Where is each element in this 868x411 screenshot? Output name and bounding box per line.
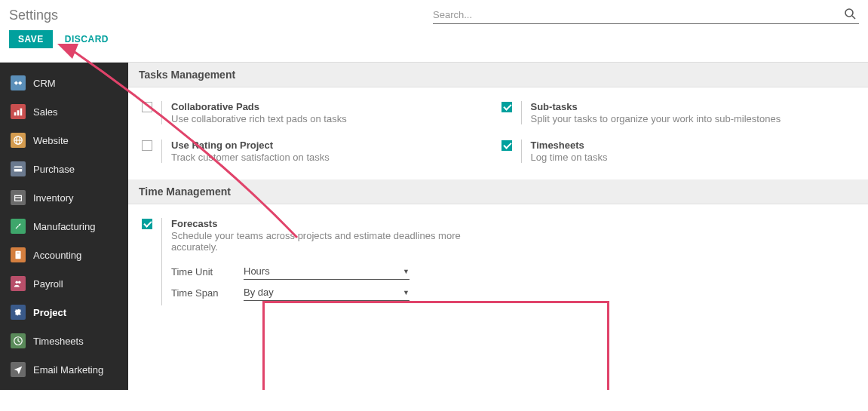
- chart-icon: [11, 104, 26, 119]
- send-icon: [11, 362, 26, 377]
- sidebar-item-website[interactable]: Website: [0, 126, 128, 155]
- select-time-span[interactable]: By day ▼: [244, 284, 409, 301]
- box-icon: [11, 190, 26, 205]
- section-header-tasks: Tasks Management: [128, 63, 868, 87]
- sidebar-item-sales[interactable]: Sales: [0, 97, 128, 126]
- page-title: Settings: [9, 8, 58, 23]
- sidebar: CRM Sales Website Purchase Inventory Man…: [0, 63, 128, 390]
- svg-point-0: [845, 9, 853, 17]
- svg-point-15: [18, 281, 21, 284]
- sidebar-item-purchase[interactable]: Purchase: [0, 155, 128, 183]
- puzzle-icon: [11, 305, 26, 320]
- option-sub-tasks: Sub-tasks Split your tasks to organize y…: [498, 97, 858, 135]
- search-icon[interactable]: [844, 8, 856, 22]
- clock-icon: [11, 333, 26, 348]
- checkbox-timesheets[interactable]: [501, 140, 512, 151]
- select-value: By day: [244, 287, 274, 298]
- option-desc: Schedule your teams across projects and …: [171, 230, 495, 253]
- sidebar-item-crm[interactable]: CRM: [0, 69, 128, 97]
- wrench-icon: [11, 219, 26, 234]
- sidebar-item-label: Timesheets: [33, 336, 84, 347]
- svg-rect-4: [20, 109, 23, 116]
- sidebar-item-label: Payroll: [33, 278, 63, 290]
- svg-point-14: [16, 281, 19, 284]
- sidebar-item-label: Sales: [33, 106, 58, 118]
- option-timesheets: Timesheets Log time on tasks: [498, 135, 858, 173]
- handshake-icon: [11, 75, 26, 90]
- users-icon: [11, 276, 26, 291]
- option-title: Collaborative Pads: [171, 101, 495, 112]
- option-desc: Split your tasks to organize your work i…: [531, 113, 855, 124]
- main-content: Tasks Management Collaborative Pads Use …: [128, 63, 868, 390]
- search-input[interactable]: [433, 6, 859, 23]
- sidebar-item-payroll[interactable]: Payroll: [0, 269, 128, 298]
- search-field-wrap: [433, 6, 859, 24]
- section-header-time: Time Management: [128, 179, 868, 204]
- card-icon: [11, 161, 26, 176]
- checkbox-collaborative-pads[interactable]: [142, 102, 152, 112]
- sidebar-item-label: Purchase: [33, 164, 75, 175]
- globe-icon: [11, 133, 26, 148]
- sidebar-item-email-marketing[interactable]: Email Marketing: [0, 355, 128, 384]
- svg-rect-9: [14, 167, 23, 169]
- sidebar-item-manufacturing[interactable]: Manufacturing: [0, 212, 128, 241]
- sidebar-item-label: Website: [33, 135, 69, 146]
- sidebar-item-label: Inventory: [33, 192, 73, 204]
- option-collaborative-pads: Collaborative Pads Use collaborative ric…: [139, 97, 498, 135]
- caret-down-icon: ▼: [403, 268, 409, 275]
- sidebar-item-label: Accounting: [33, 250, 81, 261]
- option-title: Timesheets: [531, 140, 855, 151]
- svg-rect-3: [17, 110, 20, 115]
- sidebar-item-project[interactable]: Project: [0, 298, 128, 327]
- option-use-rating: Use Rating on Project Track customer sat…: [139, 135, 498, 173]
- option-desc: Track customer satisfaction on tasks: [171, 152, 495, 163]
- svg-rect-10: [15, 195, 22, 201]
- option-title: Use Rating on Project: [171, 140, 495, 151]
- checkbox-use-rating[interactable]: [142, 140, 152, 151]
- book-icon: [11, 247, 26, 262]
- caret-down-icon: ▼: [403, 289, 409, 296]
- checkbox-sub-tasks[interactable]: [501, 102, 512, 112]
- discard-button[interactable]: DISCARD: [56, 30, 118, 48]
- sidebar-item-inventory[interactable]: Inventory: [0, 183, 128, 212]
- sidebar-item-label: Manufacturing: [33, 221, 95, 232]
- sidebar-item-label: Email Marketing: [33, 364, 103, 376]
- option-desc: Use collaborative rich text pads on task…: [171, 113, 495, 124]
- sidebar-item-accounting[interactable]: Accounting: [0, 241, 128, 269]
- sidebar-item-label: Project: [33, 307, 66, 318]
- select-time-unit[interactable]: Hours ▼: [244, 263, 409, 280]
- svg-rect-2: [14, 112, 17, 115]
- option-forecasts: Forecasts Schedule your teams across pro…: [139, 213, 498, 316]
- option-desc: Log time on tasks: [531, 152, 855, 163]
- option-title: Sub-tasks: [531, 101, 855, 112]
- option-title: Forecasts: [171, 218, 495, 229]
- svg-line-1: [852, 16, 855, 19]
- save-button[interactable]: SAVE: [9, 30, 53, 48]
- svg-rect-12: [16, 251, 21, 259]
- select-value: Hours: [244, 265, 270, 277]
- sub-label-time-unit: Time Unit: [171, 266, 244, 278]
- checkbox-forecasts[interactable]: [142, 219, 152, 229]
- sub-label-time-span: Time Span: [171, 287, 244, 299]
- sidebar-item-label: CRM: [33, 78, 56, 89]
- sidebar-item-timesheets[interactable]: Timesheets: [0, 327, 128, 355]
